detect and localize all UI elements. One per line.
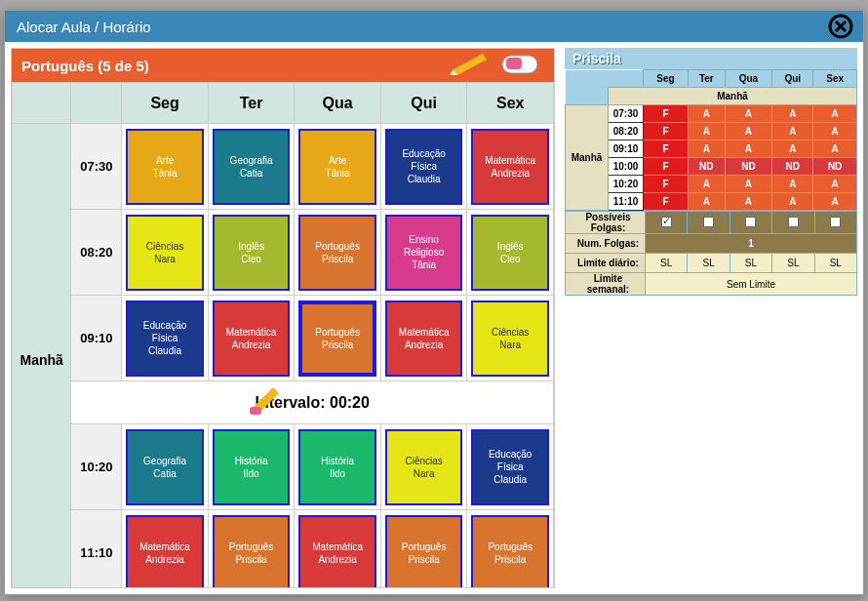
- availability-cell[interactable]: ND: [772, 158, 813, 176]
- schedule-slot[interactable]: GeografiaCatia: [122, 424, 209, 510]
- class-card[interactable]: MatemáticaAndrezia: [471, 129, 549, 205]
- schedule-slot[interactable]: HistóriaIldo: [208, 424, 295, 510]
- availability-cell[interactable]: A: [725, 105, 772, 123]
- schedule-slot[interactable]: Educação FísicaClaudia: [122, 296, 209, 381]
- card-teacher: Tânia: [412, 259, 436, 271]
- availability-cell[interactable]: F: [644, 158, 689, 176]
- schedule-slot[interactable]: ArteTânia: [295, 124, 381, 210]
- availability-cell[interactable]: A: [813, 193, 857, 211]
- card-subject: Geografia: [230, 154, 273, 167]
- availability-cell[interactable]: ND: [813, 158, 857, 176]
- eraser-button[interactable]: [495, 53, 544, 78]
- folga-checkbox[interactable]: [661, 217, 672, 227]
- availability-cell[interactable]: A: [688, 105, 725, 123]
- folga-checkbox[interactable]: [745, 217, 756, 227]
- schedule-slot[interactable]: InglêsCleo: [208, 210, 295, 296]
- schedule-slot[interactable]: PortuguêsPriscila: [380, 510, 467, 588]
- availability-cell[interactable]: F: [644, 105, 689, 123]
- availability-cell[interactable]: A: [725, 193, 772, 211]
- schedule-slot[interactable]: MatemáticaAndrezia: [122, 510, 209, 588]
- availability-cell[interactable]: F: [644, 123, 689, 140]
- folga-checkbox[interactable]: [788, 217, 799, 227]
- folga-checkbox[interactable]: [703, 217, 714, 227]
- class-card[interactable]: ArteTânia: [298, 129, 376, 205]
- class-card[interactable]: Educação FísicaClaudia: [385, 129, 463, 205]
- mini-time: 07:30: [609, 105, 644, 123]
- class-card[interactable]: CiênciasNara: [385, 429, 463, 505]
- availability-cell[interactable]: A: [725, 176, 772, 193]
- availability-cell[interactable]: A: [772, 123, 813, 140]
- availability-cell[interactable]: A: [772, 176, 813, 193]
- schedule-scroll[interactable]: Seg Ter Qua Qui Sex Manhã07:30ArteTâniaG…: [12, 82, 554, 587]
- class-card[interactable]: MatemáticaAndrezia: [298, 515, 376, 588]
- class-card[interactable]: GeografiaCatia: [126, 429, 204, 505]
- class-card[interactable]: CiênciasNara: [471, 300, 549, 377]
- schedule-slot[interactable]: CiênciasNara: [467, 296, 554, 381]
- schedule-slot[interactable]: PortuguêsPriscila: [208, 510, 295, 588]
- availability-cell[interactable]: A: [772, 140, 813, 158]
- schedule-slot[interactable]: MatemáticaAndrezia: [380, 296, 467, 381]
- class-card[interactable]: InglêsCleo: [471, 215, 549, 291]
- class-card[interactable]: HistóriaIldo: [298, 429, 376, 505]
- schedule-table: Seg Ter Qua Qui Sex Manhã07:30ArteTâniaG…: [12, 82, 554, 587]
- availability-cell[interactable]: A: [772, 105, 813, 123]
- schedule-slot[interactable]: CiênciasNara: [380, 424, 467, 510]
- class-card[interactable]: PortuguêsPriscila: [385, 515, 463, 588]
- availability-cell[interactable]: A: [813, 105, 857, 123]
- availability-cell[interactable]: A: [772, 193, 813, 211]
- class-card[interactable]: MatemáticaAndrezia: [126, 515, 204, 588]
- class-card[interactable]: Educação FísicaClaudia: [126, 300, 204, 377]
- schedule-slot[interactable]: ArteTânia: [122, 124, 209, 210]
- time-label: 07:30: [71, 124, 122, 210]
- availability-cell[interactable]: F: [644, 193, 689, 211]
- class-card[interactable]: PortuguêsPriscila: [213, 515, 291, 588]
- schedule-slot[interactable]: InglêsCleo: [467, 210, 554, 296]
- pencil-button[interactable]: [443, 53, 492, 78]
- schedule-slot[interactable]: PortuguêsPriscila: [295, 296, 381, 381]
- schedule-slot[interactable]: HistóriaIldo: [295, 424, 381, 510]
- availability-cell[interactable]: A: [688, 193, 725, 211]
- class-card[interactable]: Ensino ReligiosoTânia: [385, 215, 463, 291]
- schedule-slot[interactable]: PortuguêsPriscila: [467, 510, 554, 588]
- availability-cell[interactable]: F: [644, 176, 689, 193]
- schedule-slot[interactable]: PortuguêsPriscila: [295, 210, 381, 296]
- schedule-slot[interactable]: MatemáticaAndrezia: [295, 510, 381, 588]
- card-subject: Matemática: [226, 326, 277, 339]
- folga-checkbox[interactable]: [830, 217, 841, 227]
- class-card[interactable]: PortuguêsPriscila: [298, 215, 376, 291]
- schedule-slot[interactable]: Educação FísicaClaudia: [380, 124, 467, 210]
- close-button[interactable]: [828, 14, 853, 39]
- class-card[interactable]: ArteTânia: [126, 129, 204, 205]
- availability-cell[interactable]: ND: [725, 158, 772, 176]
- availability-cell[interactable]: F: [644, 140, 689, 158]
- subject-label: Português (5 de 5): [21, 58, 149, 74]
- class-card[interactable]: InglêsCleo: [213, 215, 291, 291]
- class-card[interactable]: MatemáticaAndrezia: [385, 300, 463, 377]
- class-card[interactable]: Educação FísicaClaudia: [471, 429, 549, 505]
- card-subject: Inglês: [238, 240, 264, 253]
- schedule-slot[interactable]: MatemáticaAndrezia: [467, 124, 554, 210]
- card-subject: Ensino Religioso: [389, 233, 459, 259]
- teacher-availability-table: Seg Ter Qua Qui Sex Manhã Manhã07:30FAAA…: [565, 69, 857, 211]
- availability-cell[interactable]: A: [725, 123, 772, 140]
- class-card[interactable]: GeografiaCatia: [213, 129, 291, 205]
- availability-cell[interactable]: A: [813, 123, 857, 140]
- class-card[interactable]: HistóriaIldo: [213, 429, 291, 505]
- schedule-slot[interactable]: MatemáticaAndrezia: [208, 296, 295, 381]
- class-card[interactable]: MatemáticaAndrezia: [213, 300, 291, 377]
- schedule-slot[interactable]: CiênciasNara: [122, 210, 209, 296]
- availability-cell[interactable]: A: [688, 140, 725, 158]
- class-card[interactable]: CiênciasNara: [126, 215, 204, 291]
- availability-cell[interactable]: A: [688, 123, 725, 140]
- availability-cell[interactable]: A: [813, 140, 857, 158]
- availability-cell[interactable]: ND: [688, 158, 725, 176]
- card-teacher: Cleo: [500, 253, 521, 265]
- availability-cell[interactable]: A: [688, 176, 725, 193]
- availability-cell[interactable]: A: [725, 140, 772, 158]
- schedule-slot[interactable]: GeografiaCatia: [208, 124, 295, 210]
- class-card[interactable]: PortuguêsPriscila: [298, 300, 376, 377]
- class-card[interactable]: PortuguêsPriscila: [471, 515, 549, 588]
- schedule-slot[interactable]: Ensino ReligiosoTânia: [380, 210, 467, 296]
- schedule-slot[interactable]: Educação FísicaClaudia: [467, 424, 554, 510]
- availability-cell[interactable]: A: [813, 176, 857, 193]
